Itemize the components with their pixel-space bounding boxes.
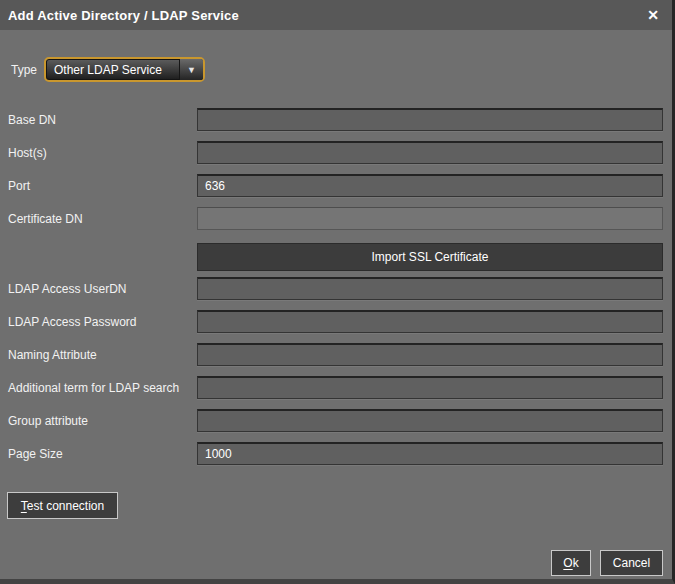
hosts-label: Host(s) (8, 146, 197, 160)
field-row-group-attribute: Group attribute (8, 409, 663, 432)
chevron-down-icon: ▼ (179, 59, 203, 80)
naming-attribute-label: Naming Attribute (8, 348, 197, 362)
field-row-ldap-access-password: LDAP Access Password (8, 310, 663, 333)
form: Base DN Host(s) Port Certificate DN Impo… (0, 108, 672, 465)
field-row-port: Port (8, 174, 663, 197)
base-dn-label: Base DN (8, 113, 197, 127)
page-size-input[interactable] (197, 442, 663, 465)
group-attribute-label: Group attribute (8, 414, 197, 428)
base-dn-input[interactable] (197, 108, 663, 131)
dialog-titlebar: Add Active Directory / LDAP Service ✕ (0, 0, 672, 30)
field-row-certificate-dn: Certificate DN (8, 207, 663, 230)
field-row-additional-term: Additional term for LDAP search (8, 376, 663, 399)
dialog-title: Add Active Directory / LDAP Service (8, 8, 644, 23)
group-attribute-input[interactable] (197, 409, 663, 432)
close-icon[interactable]: ✕ (644, 6, 662, 24)
additional-term-input[interactable] (197, 376, 663, 399)
add-ldap-service-dialog: Add Active Directory / LDAP Service ✕ Ty… (0, 0, 675, 584)
test-connection-button[interactable]: Test connection (7, 492, 118, 519)
type-select-value: Other LDAP Service (46, 59, 179, 80)
field-row-hosts: Host(s) (8, 141, 663, 164)
type-label: Type (11, 63, 44, 77)
ldap-access-password-input[interactable] (197, 310, 663, 333)
cancel-button[interactable]: Cancel (600, 550, 663, 576)
naming-attribute-input[interactable] (197, 343, 663, 366)
field-row-page-size: Page Size (8, 442, 663, 465)
field-row-base-dn: Base DN (8, 108, 663, 131)
type-row: Type Other LDAP Service ▼ (0, 57, 672, 82)
certificate-dn-label: Certificate DN (8, 212, 197, 226)
ldap-access-password-label: LDAP Access Password (8, 315, 197, 329)
field-row-naming-attribute: Naming Attribute (8, 343, 663, 366)
ldap-access-userdn-input[interactable] (197, 277, 663, 300)
page-size-label: Page Size (8, 447, 197, 461)
ldap-access-userdn-label: LDAP Access UserDN (8, 282, 197, 296)
type-select[interactable]: Other LDAP Service ▼ (44, 57, 205, 82)
port-label: Port (8, 179, 197, 193)
hosts-input[interactable] (197, 141, 663, 164)
import-ssl-certificate-button[interactable]: Import SSL Certificate (197, 243, 663, 271)
ok-button[interactable]: Ok (551, 550, 591, 576)
test-connection-area: Test connection (0, 492, 672, 519)
port-input[interactable] (197, 174, 663, 197)
certificate-dn-input[interactable] (197, 207, 663, 230)
import-ssl-row: Import SSL Certificate (8, 240, 663, 268)
dialog-footer: Ok Cancel (0, 550, 672, 576)
additional-term-label: Additional term for LDAP search (8, 381, 197, 395)
field-row-ldap-access-userdn: LDAP Access UserDN (8, 277, 663, 300)
